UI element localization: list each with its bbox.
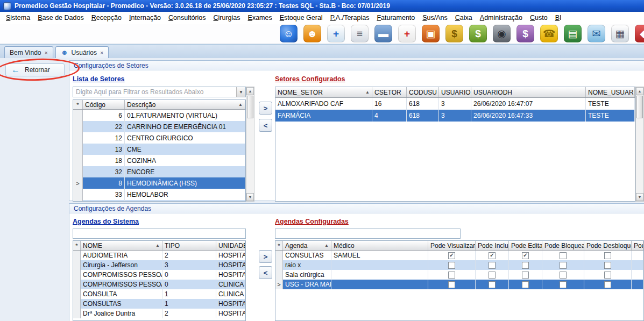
setores-remove-button[interactable]: < (259, 119, 272, 132)
menu-faturamento[interactable]: Faturamento (373, 12, 419, 23)
pode-editar-checkbox[interactable] (522, 262, 529, 269)
pode-incluir-checkbox[interactable] (489, 262, 496, 269)
scrollbar-thumb[interactable] (636, 96, 643, 118)
agendas-remove-button[interactable]: < (259, 266, 272, 279)
table-row[interactable]: ALMOXARIFADO CAF 16 618 3 26/06/2020 16:… (275, 98, 635, 110)
setores-configured-scrollbar[interactable]: ▲ ▼ (635, 87, 644, 202)
pode-bloquear-checkbox[interactable] (560, 262, 567, 269)
agendas-system-filter-input[interactable] (73, 229, 246, 239)
menu-estoque-geral[interactable]: Estoque Geral (276, 12, 327, 23)
finance-reports-icon[interactable]: $ (516, 25, 534, 42)
ledger-book-icon[interactable]: ▤ (564, 25, 582, 42)
menu-consultorios[interactable]: Consultórios (165, 12, 209, 23)
pode-bloquear-checkbox[interactable] (560, 272, 567, 279)
table-row[interactable]: CONSULTAS 1 HOSPITAL (73, 299, 245, 309)
table-row[interactable]: 13 CME (73, 144, 245, 155)
table-row[interactable]: raio x (275, 260, 643, 270)
pode-editar-checkbox[interactable]: ✓ (522, 252, 529, 259)
column-header-codusu[interactable]: CODUSU (407, 87, 439, 97)
close-icon[interactable]: × (44, 49, 47, 56)
column-header-unidade[interactable]: UNIDADE (216, 241, 245, 250)
column-header-agenda[interactable]: Agenda ▲ (283, 241, 331, 250)
table-row[interactable]: 24 HOSPITAL SANTA HELENA (73, 200, 245, 202)
doctor-icon[interactable]: + (327, 25, 345, 42)
menu-exames[interactable]: Exames (244, 12, 276, 23)
scrollbar-thumb[interactable] (247, 96, 253, 118)
scrollbar-track[interactable] (246, 119, 254, 193)
billing-icon[interactable]: $ (469, 25, 487, 42)
table-row[interactable]: 18 COZINHA (73, 155, 245, 166)
setores-list-scrollbar[interactable]: ▲ ▼ (246, 87, 254, 202)
menu-sistema[interactable]: Sistema (2, 12, 34, 23)
column-header-medico[interactable]: Médico (331, 241, 428, 250)
safe-icon[interactable]: ◉ (493, 25, 511, 42)
menu-cirurgias[interactable]: Cirurgias (210, 12, 244, 23)
menu-base-de-dados[interactable]: Base de Dados (34, 12, 87, 23)
table-row[interactable]: CONSULTA 1 CLINICA S (73, 289, 245, 299)
table-row[interactable]: 22 CARRINHO DE EMERGÊNCIA 01 (73, 121, 245, 132)
scroll-up-icon[interactable]: ▲ (636, 87, 643, 95)
pode-bloquear-checkbox[interactable] (560, 252, 567, 259)
menu-internacao[interactable]: Internação (125, 12, 165, 23)
internation-bed-icon[interactable]: ▬ (374, 25, 392, 42)
menu-bi[interactable]: BI (551, 12, 565, 23)
table-row[interactable]: Drª Joalice Duntra 2 HOSPITAL (73, 309, 245, 318)
scroll-down-icon[interactable]: ▼ (636, 193, 643, 201)
agendas-add-button[interactable]: > (259, 250, 272, 263)
setores-filter-input[interactable] (73, 87, 236, 97)
menu-custo[interactable]: Custo (526, 12, 551, 23)
table-row[interactable]: COMPROMISSOS PESSOAIS 0 CLINICA S (73, 280, 245, 289)
table-row-selected[interactable]: > 8 HEMODINÂMICA (HSS) (73, 177, 245, 189)
column-header-pode-truncated[interactable]: Pode (632, 241, 643, 250)
pode-desbloquear-checkbox[interactable] (604, 272, 611, 279)
reception-icon[interactable]: ☻ (303, 25, 321, 42)
column-header-nome-usuario[interactable]: NOME_USUARIO (586, 87, 635, 97)
pode-visualizar-checkbox[interactable]: ✓ (448, 252, 455, 259)
pode-desbloquear-checkbox[interactable] (604, 252, 611, 259)
retornar-button[interactable]: ← Retornar (5, 63, 65, 76)
pode-incluir-checkbox[interactable]: ✓ (489, 252, 496, 259)
pode-editar-checkbox[interactable] (522, 281, 529, 288)
column-header-pode-editar[interactable]: Pode Editar (509, 241, 542, 250)
stock-boxes-icon[interactable]: ▣ (422, 25, 440, 42)
pode-desbloquear-checkbox[interactable] (604, 262, 611, 269)
table-row-selected[interactable]: FARMÁCIA 4 618 3 26/06/2020 16:47:33 TES… (275, 110, 635, 122)
pode-visualizar-checkbox[interactable] (448, 272, 455, 279)
menu-administracao[interactable]: Administração (476, 12, 526, 23)
menu-pa-terapias[interactable]: P.A./Terapias (327, 12, 373, 23)
tab-usuarios[interactable]: ☻ Usuários × (55, 46, 109, 58)
agendas-configured-filter-input[interactable] (275, 229, 461, 239)
pode-editar-checkbox[interactable] (522, 272, 529, 279)
table-row-selected[interactable]: > USG - DRA MARIA A (275, 280, 643, 289)
column-header-descricao[interactable]: Descrição ▲ (125, 100, 245, 109)
exams-notes-icon[interactable]: ≡ (351, 25, 369, 42)
pode-visualizar-checkbox[interactable] (448, 262, 455, 269)
column-header-pode-desbloquear[interactable]: Pode Desbloquear (584, 241, 632, 250)
network-patients-icon[interactable]: ☺ (280, 25, 298, 42)
setores-add-button[interactable]: > (259, 102, 272, 115)
column-header-usuariodh[interactable]: USUARIODH (471, 87, 586, 97)
table-row[interactable]: Cirurgia - Jefferson 3 HOSPITAL (73, 260, 245, 270)
column-header-nome-setor[interactable]: NOME_SETOR ▲ (275, 87, 372, 97)
pode-visualizar-checkbox[interactable] (448, 281, 455, 288)
scrollbar-track[interactable] (636, 119, 643, 193)
tab-bem-vindo[interactable]: Bem Vindo × (4, 46, 53, 58)
column-header-pode-incluir[interactable]: Pode Incluir (476, 241, 509, 250)
setores-filter-combo[interactable]: ▼ (73, 87, 246, 97)
menu-caixa[interactable]: Caixa (451, 12, 476, 23)
column-header-csetor[interactable]: CSETOR (372, 87, 407, 97)
table-row[interactable]: COMPROMISSOS PESSOAIS 0 HOSPITAL (73, 270, 245, 280)
close-icon[interactable]: × (100, 49, 103, 56)
table-row[interactable]: 6 01.FATURAMENTO (VIRTUAL) (73, 110, 245, 121)
table-row[interactable]: Sala cirúrgica (275, 270, 643, 280)
ambulance-icon[interactable]: + (398, 25, 416, 42)
dropdown-icon[interactable]: ▼ (236, 87, 245, 97)
column-header-codigo[interactable]: Código (83, 100, 125, 109)
schedule-calculator-icon[interactable]: ▦ (611, 25, 629, 42)
menu-recepcao[interactable]: Recepção (88, 12, 125, 23)
table-row[interactable]: 32 ENCORE (73, 166, 245, 177)
phone-icon[interactable]: ☎ (540, 25, 558, 42)
column-header-pode-visualizar[interactable]: Pode Visualizar (428, 241, 476, 250)
chat-icon[interactable]: ✉ (588, 25, 605, 42)
scroll-up-icon[interactable]: ▲ (246, 87, 254, 95)
